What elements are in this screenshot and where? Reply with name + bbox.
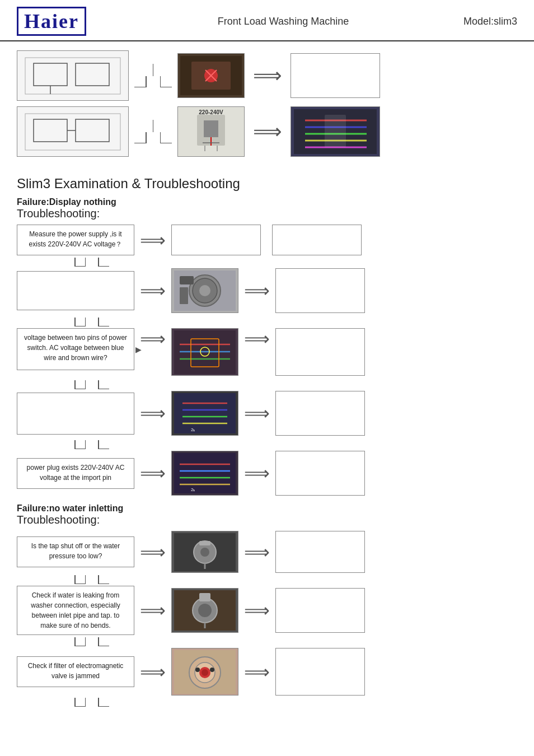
empty-result-box-1 (291, 53, 380, 98)
photo-box-1 (177, 53, 245, 98)
ts-result-3 (275, 391, 365, 436)
branch-connector-1 (134, 64, 172, 87)
wires2-svg (174, 330, 236, 374)
ts-row-1b: ⟹ ⟹ (17, 268, 517, 313)
ts-result-w1 (275, 531, 365, 573)
page-title: Front Load Washing Machine (103, 16, 463, 27)
voltage-label: 220-240V (199, 109, 223, 115)
failure-label-2: Failure:no water inletting (0, 500, 534, 514)
ts-step-2-text: voltage between two pins of power switch… (17, 328, 134, 370)
arrow-ts-2: ⟹ (140, 328, 166, 349)
circuit-diagram-svg (22, 55, 123, 97)
ts-section-2: Is the tap shut off or the water pressur… (0, 531, 534, 707)
ts-step-1-empty-1 (171, 225, 261, 255)
ts-row-w1: Is the tap shut off or the water pressur… (17, 531, 517, 573)
wires-svg (294, 109, 377, 154)
svg-point-65 (202, 669, 208, 676)
arrow-1: ⟹ (250, 64, 285, 87)
circuit-diagram-svg-2 (22, 111, 123, 153)
svg-rect-59 (199, 593, 210, 601)
photo-voltage: 220-240V (177, 106, 245, 157)
ts-row-4: power plug exists 220V-240V AC voltage a… (17, 451, 517, 496)
photo-tap (171, 531, 238, 573)
ts-step-4-text: power plug exists 220V-240V AC voltage a… (17, 458, 134, 489)
diagram-box-2 (17, 106, 129, 157)
photo-wires (291, 106, 380, 157)
ts-step-1-empty-2 (272, 225, 362, 255)
failure-label-1: Failure:Display nothing (0, 194, 534, 207)
ts-row-w2: Check if water is leaking from washer co… (17, 586, 517, 635)
ts-section-1: Measure the power supply ,is it exists 2… (0, 225, 534, 496)
svg-rect-11 (34, 119, 67, 142)
ts-result-1b (275, 268, 365, 313)
photo-front-panel (171, 268, 238, 313)
branch-conn-ts-1 (70, 258, 517, 267)
voltage-svg (180, 115, 242, 157)
svg-rect-32 (180, 287, 188, 304)
ts-step-3-left (17, 393, 134, 435)
branch-conn-w2 (70, 637, 517, 646)
svg-point-58 (198, 604, 212, 617)
arrow-ts-1: ⟹ (140, 230, 166, 251)
svg-rect-12 (76, 119, 109, 142)
arrow-ts-2b: ⟹ (244, 328, 270, 349)
svg-rect-26 (325, 115, 346, 147)
front-panel-svg (174, 270, 236, 311)
arrow-ts-3: ⟹ (140, 403, 166, 424)
arrow-ts-w2: ⟹ (140, 600, 166, 621)
ts-row-2: voltage between two pins of power switch… (17, 328, 517, 376)
arrow-ts-1c: ⟹ (244, 280, 270, 301)
svg-point-55 (200, 548, 209, 557)
arrow-ts-w3: ⟹ (140, 661, 166, 683)
photo-valve (171, 648, 238, 696)
photo-svg-1 (180, 56, 242, 95)
troubleshooting-label-1: Troubleshooting: (0, 207, 534, 225)
arrow-ts-3b: ⟹ (244, 403, 270, 424)
branch-conn-ts-4 (70, 440, 517, 449)
tap-svg (174, 533, 236, 571)
photo-connection (171, 588, 238, 633)
svg-rect-53 (199, 541, 210, 545)
svg-point-30 (199, 285, 210, 296)
top-diagram-section: ⟹ 220-240V (0, 41, 534, 166)
arrow-ts-w1b: ⟹ (244, 542, 270, 563)
branch-connector-2 (134, 120, 172, 143)
svg-rect-45 (174, 453, 236, 493)
ts-step-1b-left (17, 271, 134, 310)
photo-wires-4: 2₁ (171, 451, 238, 496)
wires4-svg: 2₁ (174, 453, 236, 493)
svg-point-67 (210, 668, 214, 672)
valve-svg (174, 650, 236, 694)
branch-conn-ts-3 (70, 380, 517, 389)
ts-row-1: Measure the power supply ,is it exists 2… (17, 225, 517, 255)
ts-result-4 (275, 451, 365, 496)
connection-svg (174, 590, 236, 631)
svg-rect-1 (34, 63, 67, 86)
page-header: Haier Front Load Washing Machine Model:s… (0, 0, 534, 41)
photo-wires-3: 2₁ (171, 391, 238, 436)
arrow-ts-w2b: ⟹ (244, 600, 270, 621)
arrow-ts-1b: ⟹ (140, 280, 166, 301)
ts-row-w3: Check if filter of electromagnetic valve… (17, 648, 517, 696)
svg-text:2₁: 2₁ (191, 427, 195, 432)
arrow-ts-w1: ⟹ (140, 542, 166, 563)
svg-rect-39 (174, 393, 236, 433)
svg-point-66 (195, 668, 200, 672)
ts-step-w1-text: Is the tap shut off or the water pressur… (17, 536, 134, 567)
failure-display-nothing: Failure:Display nothing Troubleshooting:… (0, 194, 534, 496)
arrow-ts-w3b: ⟹ (244, 661, 270, 683)
arrow-ts-4: ⟹ (140, 463, 166, 484)
wires3-svg: 2₁ (174, 393, 236, 433)
model-label: Model:slim3 (463, 16, 517, 27)
svg-rect-31 (180, 276, 194, 284)
svg-rect-4 (76, 63, 109, 86)
arrow-ts-4b: ⟹ (244, 463, 270, 484)
failure-no-water: Failure:no water inletting Troubleshooti… (0, 500, 534, 707)
svg-rect-15 (204, 120, 218, 137)
ts-result-2 (275, 328, 365, 376)
ts-result-w3 (275, 648, 365, 696)
photo-wires-2 (171, 328, 238, 376)
svg-line-3 (22, 55, 78, 66)
ts-step-1-text: Measure the power supply ,is it exists 2… (17, 225, 134, 255)
branch-conn-w3 (70, 698, 517, 707)
